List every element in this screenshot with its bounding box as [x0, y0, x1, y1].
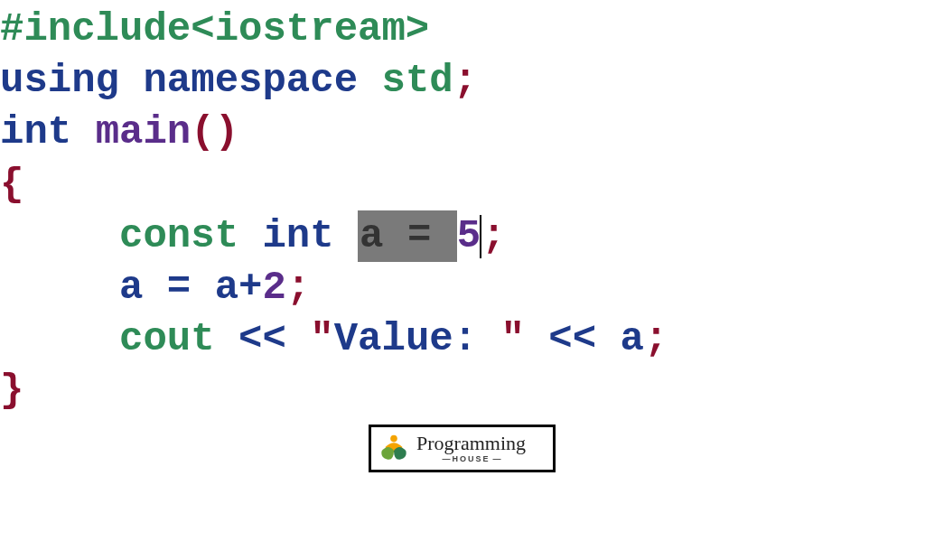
code-line-3: int main()	[0, 107, 925, 158]
code-line-2: using namespace std;	[0, 55, 925, 107]
lparen: (	[191, 109, 214, 154]
semicolon: ;	[481, 213, 505, 258]
code-line-5: const int a = 5;	[0, 210, 925, 262]
text-cursor	[480, 215, 481, 258]
svg-point-0	[390, 434, 397, 442]
text-selection: a =	[358, 210, 457, 262]
code-line-6: a = a+2;	[0, 262, 925, 313]
keyword-namespace: namespace	[143, 58, 358, 103]
quote-close: "	[501, 316, 525, 361]
op-equals: =	[167, 265, 191, 310]
semicolon: ;	[286, 265, 310, 310]
selected-var-a: a	[360, 213, 383, 258]
op-plus: +	[238, 265, 262, 310]
var-a: a	[621, 316, 644, 361]
number-two: 2	[262, 265, 285, 310]
quote-open: "	[310, 316, 333, 361]
keyword-const: const	[119, 213, 238, 258]
op-insertion: <<	[238, 316, 286, 361]
identifier-std: std	[381, 58, 453, 103]
logo-text: Programming HOUSE	[416, 434, 526, 463]
function-main: main	[96, 109, 192, 154]
code-block: #include<iostream> using namespace std; …	[0, 0, 925, 417]
code-line-7: cout << "Value: " << a;	[0, 313, 925, 365]
logo-subtitle: HOUSE	[439, 455, 502, 463]
code-line-1: #include<iostream>	[0, 4, 925, 55]
logo-title: Programming	[416, 434, 526, 453]
number-five: 5	[457, 213, 481, 258]
selected-equals: =	[407, 213, 431, 258]
type-int: int	[0, 109, 71, 154]
var-a: a	[215, 265, 238, 310]
rparen: )	[215, 109, 238, 154]
semicolon: ;	[453, 58, 477, 103]
keyword-using: using	[0, 58, 119, 103]
string-literal: Value:	[334, 316, 501, 361]
logo-box: Programming HOUSE	[369, 425, 556, 472]
code-line-8: }	[0, 365, 925, 416]
op-insertion: <<	[548, 316, 596, 361]
var-a: a	[119, 265, 143, 310]
preprocessor-directive: #include	[0, 6, 191, 51]
logo-icon	[377, 432, 411, 466]
semicolon: ;	[644, 316, 668, 361]
lbrace: {	[0, 162, 23, 207]
header-name: <iostream>	[191, 6, 429, 51]
type-int: int	[262, 213, 333, 258]
code-line-4: {	[0, 159, 925, 210]
identifier-cout: cout	[119, 316, 215, 361]
rbrace: }	[0, 368, 23, 413]
